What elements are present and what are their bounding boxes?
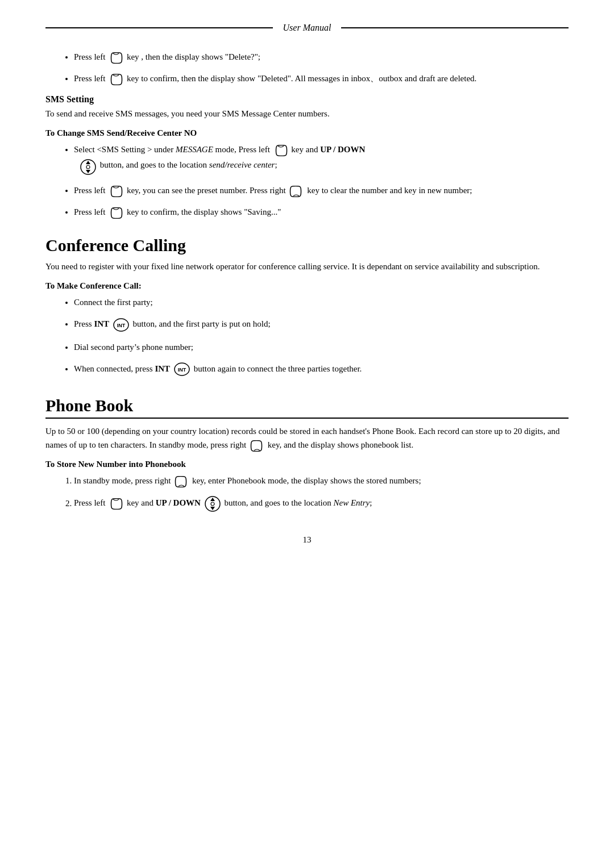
conference-b1: Connect the first party; [74,298,153,307]
sms-setting-body: To send and receive SMS messages, you ne… [45,107,569,120]
change-sms-heading: To Change SMS Send/Receive Center NO [45,128,569,138]
press-left-label-2: Press left [74,74,107,83]
conference-b2-a: Press [74,319,94,328]
phonebook-s2-a: Press left [74,499,105,508]
delete-bullet-1: Press left key , then the display shows … [74,50,569,64]
header-line-left [45,27,273,28]
phone-key-icon-4 [109,186,123,197]
delete-bullet-2-text: key to confirm, then the display show "D… [127,74,476,83]
phone-key-icon-1 [109,52,123,64]
change-sms-b1-f: button, and goes to the location [100,160,209,169]
change-sms-bullet-3: Press left key to confirm, the display s… [74,205,569,219]
svg-marker-9 [210,498,215,501]
nav-icon-1 [80,158,97,176]
conference-bullet-2: Press INT INT button, and the first part… [74,317,569,332]
phone-key-icon-6 [109,207,123,219]
phone-key-icon-7 [250,440,264,452]
phone-key-icon-8 [174,476,189,487]
svg-text:INT: INT [178,367,186,373]
delete-bullet-2: Press left key to confirm, then the disp… [74,72,569,85]
change-sms-b2-a: key, you can see the preset number. Pres… [127,186,288,195]
conference-b4-c: button again to connect the three partie… [194,364,362,373]
change-sms-b1-h: ; [275,160,277,169]
conference-heading: Conference Calling [45,236,569,255]
change-sms-b2-b: key to clear the number and key in new n… [307,186,472,195]
phonebook-body: Up to 50 or 100 (depending on your count… [45,424,569,452]
svg-marker-10 [210,507,215,510]
press-left-label-1: Press left [74,52,107,61]
change-sms-bullet-1: Select <SMS Setting > under MESSAGE mode… [74,143,569,176]
phone-key-icon-9 [109,498,123,510]
conference-body: You need to register with your fixed lin… [45,260,569,273]
phonebook-step-1: In standby mode, press right key, enter … [74,474,569,487]
phone-key-icon-5 [289,186,304,197]
phonebook-sub-heading: To Store New Number into Phonebook [45,460,569,469]
sms-setting-heading: SMS Setting [45,94,569,105]
header-title: User Manual [273,23,342,33]
change-sms-b1-d: key and [291,145,320,154]
conference-bullets: Connect the first party; Press INT INT b… [45,295,569,377]
conference-bullet-4: When connected, press INT INT button aga… [74,362,569,377]
int-button-icon-1: INT [113,318,130,332]
svg-point-3 [86,165,90,169]
page-header: User Manual [45,23,569,33]
conference-sub-heading: To Make Conference Call: [45,281,569,291]
phonebook-s2-c: UP / DOWN [156,499,201,508]
phonebook-step-2: Press left key and UP / DOWN button, and… [74,495,569,512]
phone-key-icon-2 [109,74,123,85]
header-line-right [341,27,569,28]
delete-bullet-1-text: key , then the display shows "Delete?"; [127,52,260,61]
change-sms-b1-g: send/receive center [209,160,275,169]
conference-b4-a: When connected, press [74,364,155,373]
conference-b2-b: INT [94,319,109,328]
press-left-label-4: Press left [74,207,107,216]
svg-marker-2 [86,170,90,173]
phonebook-body2: key, and the display shows phonebook lis… [268,440,414,449]
change-sms-b1-a: Select <SMS Setting > under [74,145,176,154]
phonebook-s2-f: ; [370,499,372,508]
conference-b3: Dial second party’s phone number; [74,343,193,352]
nav-icon-2 [204,495,221,512]
delete-bullets: Press left key , then the display shows … [45,50,569,85]
change-sms-b1-e: UP / DOWN [320,145,365,154]
press-left-label-3: Press left [74,186,107,195]
svg-point-11 [211,502,214,506]
svg-marker-1 [86,161,90,164]
phonebook-s2-b: key and [127,499,156,508]
conference-bullet-3: Dial second party’s phone number; [74,340,569,354]
int-button-icon-2: INT [173,362,190,377]
svg-text:INT: INT [117,323,126,328]
page-number: 13 [45,535,569,545]
change-sms-b1-c: mode, Press left [213,145,272,154]
phonebook-s1-b: key, enter Phonebook mode, the display s… [192,476,421,485]
change-sms-b3-a: key to confirm, the display shows "Savin… [127,207,281,216]
phonebook-heading: Phone Book [45,396,569,419]
phonebook-s2-d: button, and goes to the location [224,499,333,508]
conference-bullet-1: Connect the first party; [74,295,569,309]
phone-key-icon-3 [273,145,288,156]
change-sms-bullets: Select <SMS Setting > under MESSAGE mode… [45,143,569,219]
change-sms-b1-b: MESSAGE [176,145,213,154]
conference-b4-b: INT [155,364,170,373]
phonebook-s2-e: New Entry [333,499,370,508]
phonebook-s1-a: In standby mode, press right [74,476,171,485]
phonebook-steps: In standby mode, press right key, enter … [45,474,569,512]
conference-b2-c: button, and the first party is put on ho… [133,319,271,328]
change-sms-bullet-2: Press left key, you can see the preset n… [74,183,569,197]
